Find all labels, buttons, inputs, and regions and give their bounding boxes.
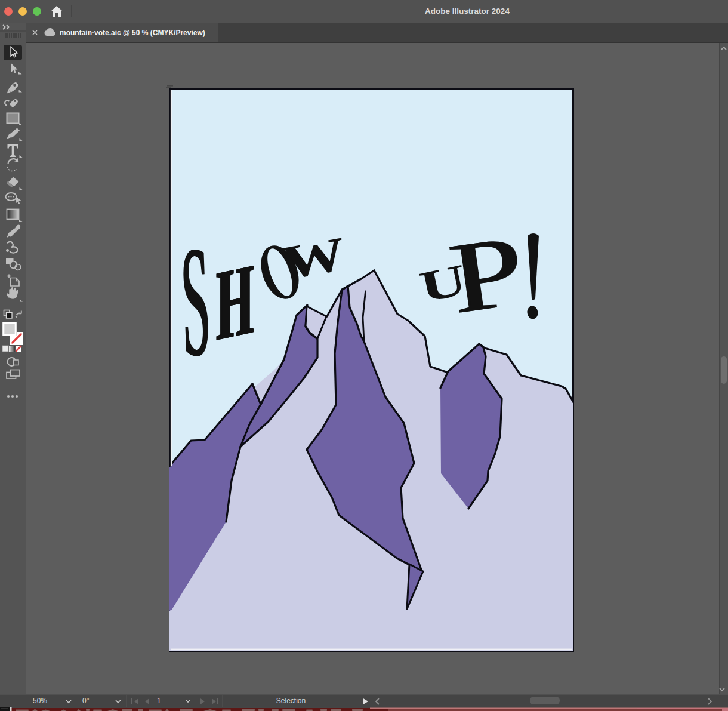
svg-text:P: P	[445, 213, 532, 334]
svg-text:W: W	[279, 227, 350, 290]
svg-text:H: H	[218, 241, 255, 362]
